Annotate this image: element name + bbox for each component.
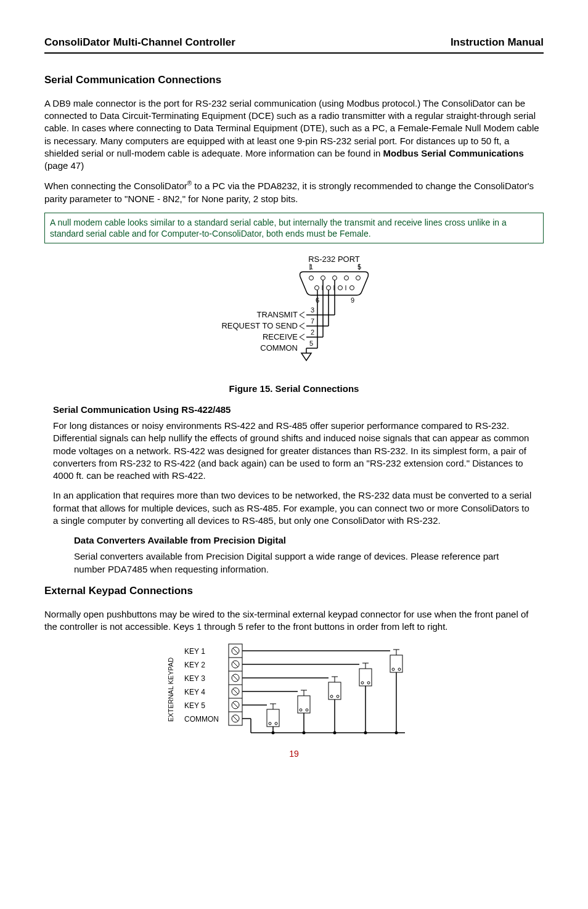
pin-5-label: 5 — [357, 263, 361, 271]
pushbutton-icon — [267, 704, 279, 727]
svg-line-42 — [233, 716, 238, 721]
common-label: COMMON — [260, 343, 298, 353]
svg-point-3 — [345, 276, 349, 280]
serial-conn-para-1: A DB9 male connector is the port for RS-… — [44, 97, 544, 173]
svg-point-53 — [272, 732, 275, 735]
key-5-label: KEY 5 — [184, 701, 205, 710]
svg-point-1 — [321, 276, 325, 280]
svg-point-4 — [356, 276, 361, 280]
svg-point-75 — [367, 682, 370, 684]
external-keypad-label: EXTERNAL KEYPAD — [167, 658, 174, 722]
pushbutton-icon — [298, 690, 310, 713]
svg-point-61 — [303, 732, 306, 735]
svg-point-6 — [327, 286, 331, 290]
svg-point-69 — [333, 732, 337, 735]
header-left: ConsoliDator Multi-Channel Controller — [44, 36, 235, 50]
figure-15-diagram: RS-232 PORT 1 5 6 9 3 TRANSMIT 7 REQUEST… — [44, 253, 544, 380]
key-2-label: KEY 2 — [184, 661, 205, 669]
ground-icon — [301, 348, 311, 361]
svg-point-50 — [269, 722, 271, 725]
serial-conn-para-2: When connecting the ConsoliDator® to a P… — [44, 179, 544, 205]
header-right: Instruction Manual — [451, 36, 544, 50]
wire-3-label: 3 — [311, 306, 314, 314]
svg-point-5 — [315, 286, 319, 290]
svg-point-7 — [338, 286, 343, 290]
transmit-label: TRANSMIT — [257, 310, 298, 319]
subsection-rs422-title: Serial Communication Using RS-422/485 — [53, 404, 535, 416]
wire-5-label: 5 — [309, 340, 313, 347]
figure-15-caption: Figure 15. Serial Connections — [44, 383, 544, 395]
svg-point-67 — [337, 695, 339, 698]
page-header: ConsoliDator Multi-Channel Controller In… — [44, 36, 544, 54]
key-3-label: KEY 3 — [184, 674, 205, 683]
wire-2-label: 2 — [311, 328, 314, 336]
section-serial-conn-title: Serial Communication Connections — [44, 73, 544, 88]
pin-1-label: 1 — [309, 263, 313, 271]
svg-line-32 — [233, 648, 238, 653]
rs232-port-label: RS-232 PORT — [308, 255, 360, 264]
svg-point-58 — [300, 709, 302, 711]
receive-label: RECEIVE — [263, 332, 298, 341]
pushbutton-icon — [329, 677, 341, 699]
figure-keypad-diagram: EXTERNAL KEYPAD KEY 1 KEY 2 KEY 3 KEY 4 … — [44, 640, 544, 742]
svg-point-83 — [398, 668, 401, 671]
arrow-right-icon — [300, 323, 304, 329]
svg-line-40 — [233, 703, 238, 707]
svg-point-59 — [306, 709, 308, 711]
svg-point-2 — [333, 276, 337, 280]
db9-connector-icon — [300, 272, 369, 295]
key-4-label: KEY 4 — [184, 688, 205, 696]
svg-point-85 — [395, 732, 398, 735]
rs422-para-1: For long distances or noisy environments… — [53, 420, 535, 482]
converters-para: Serial converters available from Precisi… — [74, 550, 525, 576]
pushbutton-icon — [390, 650, 402, 672]
key-1-label: KEY 1 — [184, 647, 205, 656]
svg-line-36 — [233, 675, 238, 680]
svg-point-0 — [309, 276, 314, 280]
subsection-converters-title: Data Converters Available from Precision… — [74, 534, 525, 547]
svg-point-51 — [275, 722, 277, 725]
keypad-para: Normally open pushbuttons may be wired t… — [44, 608, 544, 634]
note-box: A null modem cable looks similar to a st… — [44, 213, 544, 243]
svg-point-74 — [361, 682, 364, 684]
pin-9-label: 9 — [351, 296, 354, 304]
svg-point-77 — [364, 732, 367, 735]
svg-line-38 — [233, 689, 238, 694]
rs422-para-2: In an application that requires more tha… — [53, 489, 535, 527]
page-number: 19 — [44, 748, 544, 760]
keypad-common-label: COMMON — [184, 715, 219, 724]
svg-point-66 — [330, 695, 333, 698]
svg-line-34 — [233, 662, 238, 667]
rts-label: REQUEST TO SEND — [221, 321, 298, 330]
section-keypad-title: External Keypad Connections — [44, 584, 544, 598]
svg-point-8 — [350, 286, 354, 290]
pushbutton-icon — [359, 663, 372, 686]
wire-7-label: 7 — [311, 317, 314, 325]
svg-point-82 — [392, 668, 394, 671]
